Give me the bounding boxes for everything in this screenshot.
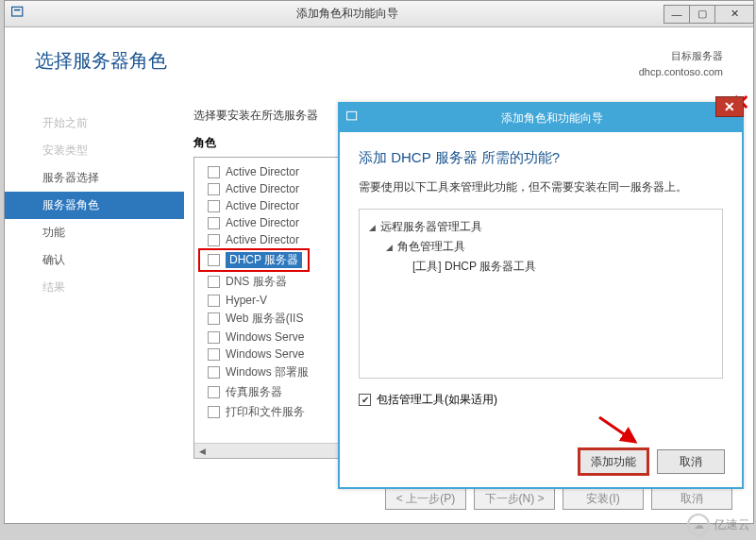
scroll-left-icon[interactable]: ◀ (194, 444, 210, 458)
dialog-titlebar: 添加角色和功能向导 ✕ (340, 104, 742, 132)
dialog-body: 添加 DHCP 服务器 所需的功能? 需要使用以下工具来管理此功能，但不需要安装… (340, 132, 742, 487)
watermark-icon: ☁ (687, 514, 710, 536)
sidebar-item[interactable]: 安装类型 (5, 137, 184, 164)
role-label: Windows Serve (226, 347, 304, 361)
role-label: Active Director (226, 199, 299, 212)
next-button[interactable]: 下一步(N) > (474, 487, 555, 510)
role-checkbox[interactable] (208, 200, 220, 212)
sidebar-item[interactable]: 服务器角色 (5, 192, 184, 219)
dialog-heading: 添加 DHCP 服务器 所需的功能? (359, 149, 723, 167)
page-header: 选择服务器角色 目标服务器 dhcp.contoso.com (5, 27, 753, 91)
role-label: Hyper-V (226, 294, 267, 307)
sidebar-item[interactable]: 结果 (5, 274, 184, 301)
dialog-icon (345, 110, 362, 127)
role-checkbox[interactable] (208, 234, 220, 246)
role-label: Windows 部署服 (226, 364, 309, 380)
include-tools-label: 包括管理工具(如果适用) (377, 392, 497, 408)
dialog-description: 需要使用以下工具来管理此功能，但不需要安装在同一服务器上。 (359, 178, 723, 195)
dialog-close-button[interactable]: ✕ (715, 96, 744, 117)
role-checkbox[interactable] (208, 295, 220, 307)
watermark: ☁ 亿速云 (687, 514, 750, 536)
watermark-text: 亿速云 (714, 516, 750, 533)
target-info: 目标服务器 dhcp.contoso.com (639, 48, 723, 79)
sidebar-item[interactable]: 功能 (5, 219, 184, 246)
role-checkbox[interactable] (208, 386, 220, 398)
role-label: 打印和文件服务 (226, 404, 305, 420)
svg-rect-0 (12, 7, 23, 16)
role-checkbox[interactable] (208, 276, 220, 288)
role-checkbox[interactable] (208, 254, 220, 266)
install-button[interactable]: 安装(I) (563, 487, 644, 510)
role-label: DNS 服务器 (226, 274, 287, 290)
role-item-highlighted[interactable]: DHCP 服务器 (198, 248, 310, 272)
target-label: 目标服务器 (639, 48, 723, 64)
minimize-button[interactable]: — (664, 5, 690, 24)
role-label: Active Director (226, 182, 299, 195)
svg-rect-2 (347, 111, 357, 120)
caret-icon: ◢ (386, 243, 397, 252)
sidebar-item[interactable]: 确认 (5, 246, 184, 274)
role-checkbox[interactable] (208, 183, 220, 195)
prev-button[interactable]: < 上一步(P) (385, 487, 466, 510)
role-checkbox[interactable] (208, 166, 220, 178)
titlebar: 添加角色和功能向导 — ▢ ✕ (5, 1, 753, 27)
svg-line-3 (599, 417, 635, 442)
page-title: 选择服务器角色 (35, 48, 167, 74)
role-checkbox[interactable] (208, 331, 220, 344)
add-features-button[interactable]: 添加功能 (580, 449, 647, 474)
features-tree[interactable]: ◢远程服务器管理工具 ◢角色管理工具 [工具] DHCP 服务器工具 (359, 209, 723, 379)
window-controls: — ▢ ✕ (664, 5, 754, 24)
role-label: Active Director (226, 233, 299, 246)
sidebar-item[interactable]: 服务器选择 (5, 164, 184, 192)
svg-rect-1 (14, 8, 20, 10)
tree-node[interactable]: ◢角色管理工具 (369, 237, 713, 257)
role-checkbox[interactable] (208, 312, 220, 325)
include-tools-checkbox[interactable]: ✔ (359, 394, 371, 406)
app-icon (10, 5, 29, 24)
role-checkbox[interactable] (208, 348, 220, 361)
dialog-buttons: 添加功能 取消 (580, 449, 725, 474)
wizard-sidebar: 开始之前安装类型服务器选择服务器角色功能确认结果 (5, 98, 184, 523)
dialog-cancel-button[interactable]: 取消 (657, 449, 725, 474)
window-title: 添加角色和功能向导 (29, 6, 664, 22)
role-label: Active Director (226, 216, 299, 229)
maximize-button[interactable]: ▢ (689, 5, 715, 24)
include-tools-row[interactable]: ✔ 包括管理工具(如果适用) (359, 392, 723, 408)
dialog-title: 添加角色和功能向导 (362, 110, 742, 127)
role-label: Web 服务器(IIS (226, 311, 303, 327)
sidebar-item[interactable]: 开始之前 (5, 110, 184, 137)
role-label: DHCP 服务器 (226, 252, 302, 268)
role-checkbox[interactable] (208, 406, 220, 418)
add-features-dialog: ✕ 添加角色和功能向导 ✕ 添加 DHCP 服务器 所需的功能? 需要使用以下工… (338, 102, 744, 489)
caret-icon: ◢ (369, 223, 380, 232)
cancel-button[interactable]: 取消 (651, 487, 732, 510)
role-checkbox[interactable] (208, 366, 220, 379)
close-button[interactable]: ✕ (714, 5, 754, 24)
tree-node[interactable]: [工具] DHCP 服务器工具 (369, 257, 713, 277)
target-server: dhcp.contoso.com (639, 64, 723, 80)
tree-node[interactable]: ◢远程服务器管理工具 (369, 217, 713, 237)
role-label: Windows Serve (226, 330, 304, 344)
role-label: Active Director (226, 165, 299, 178)
role-checkbox[interactable] (208, 217, 220, 229)
annotation-arrow-icon (596, 412, 643, 449)
wizard-buttons: < 上一步(P) 下一步(N) > 安装(I) 取消 (385, 487, 732, 510)
role-label: 传真服务器 (226, 384, 282, 400)
